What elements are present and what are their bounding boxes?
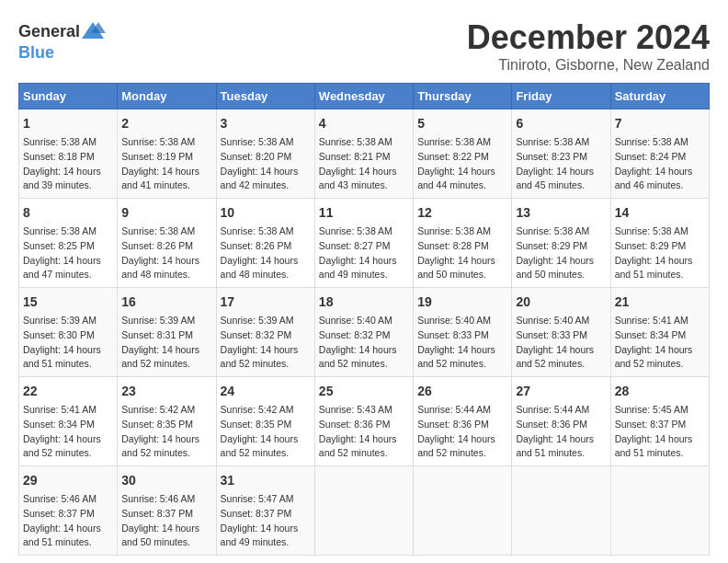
header-wednesday: Wednesday: [314, 84, 413, 109]
calendar-cell: 29Sunrise: 5:46 AM Sunset: 8:37 PM Dayli…: [19, 466, 118, 556]
header-thursday: Thursday: [414, 84, 512, 109]
day-number: 24: [221, 382, 311, 401]
calendar-cell: [414, 466, 512, 556]
calendar-cell: [512, 466, 610, 556]
logo-icon: [80, 18, 106, 44]
day-number: 8: [23, 203, 113, 223]
day-info: Sunrise: 5:40 AM Sunset: 8:32 PM Dayligh…: [319, 314, 409, 372]
calendar-table: SundayMondayTuesdayWednesdayThursdayFrid…: [18, 83, 710, 556]
day-info: Sunrise: 5:38 AM Sunset: 8:29 PM Dayligh…: [615, 224, 705, 282]
title-area: December 2024 Tiniroto, Gisborne, New Ze…: [467, 18, 710, 74]
calendar-cell: 19Sunrise: 5:40 AM Sunset: 8:33 PM Dayli…: [414, 288, 512, 377]
calendar-cell: 25Sunrise: 5:43 AM Sunset: 8:36 PM Dayli…: [314, 377, 413, 466]
day-info: Sunrise: 5:38 AM Sunset: 8:26 PM Dayligh…: [121, 224, 211, 282]
day-number: 23: [121, 382, 211, 401]
day-info: Sunrise: 5:39 AM Sunset: 8:30 PM Dayligh…: [23, 314, 113, 372]
calendar-cell: 21Sunrise: 5:41 AM Sunset: 8:34 PM Dayli…: [610, 288, 709, 377]
calendar-cell: 26Sunrise: 5:44 AM Sunset: 8:36 PM Dayli…: [414, 377, 512, 466]
logo-general: General: [18, 23, 80, 40]
day-info: Sunrise: 5:40 AM Sunset: 8:33 PM Dayligh…: [417, 314, 507, 372]
day-number: 27: [516, 382, 606, 401]
calendar-cell: 12Sunrise: 5:38 AM Sunset: 8:28 PM Dayli…: [414, 199, 512, 288]
calendar-cell: 23Sunrise: 5:42 AM Sunset: 8:35 PM Dayli…: [118, 377, 216, 466]
day-info: Sunrise: 5:39 AM Sunset: 8:32 PM Dayligh…: [221, 314, 311, 372]
day-info: Sunrise: 5:38 AM Sunset: 8:21 PM Dayligh…: [319, 135, 409, 193]
page-header: General Blue December 2024 Tiniroto, Gis…: [18, 18, 710, 74]
calendar-cell: 7Sunrise: 5:38 AM Sunset: 8:24 PM Daylig…: [610, 109, 709, 199]
header-tuesday: Tuesday: [216, 84, 314, 109]
day-info: Sunrise: 5:38 AM Sunset: 8:29 PM Dayligh…: [516, 224, 606, 282]
day-number: 20: [516, 293, 606, 312]
day-number: 3: [221, 114, 311, 133]
logo: General Blue: [18, 18, 106, 61]
day-number: 22: [23, 382, 113, 401]
calendar-cell: 14Sunrise: 5:38 AM Sunset: 8:29 PM Dayli…: [610, 199, 709, 288]
header-monday: Monday: [118, 84, 216, 109]
day-number: 30: [121, 471, 211, 490]
header-sunday: Sunday: [19, 84, 118, 109]
calendar-cell: 13Sunrise: 5:38 AM Sunset: 8:29 PM Dayli…: [512, 199, 610, 288]
day-number: 21: [615, 293, 705, 312]
calendar-cell: 31Sunrise: 5:47 AM Sunset: 8:37 PM Dayli…: [216, 466, 314, 556]
day-info: Sunrise: 5:38 AM Sunset: 8:20 PM Dayligh…: [221, 135, 311, 193]
calendar-week-row: 15Sunrise: 5:39 AM Sunset: 8:30 PM Dayli…: [19, 288, 710, 377]
day-info: Sunrise: 5:39 AM Sunset: 8:31 PM Dayligh…: [121, 314, 211, 372]
day-info: Sunrise: 5:46 AM Sunset: 8:37 PM Dayligh…: [121, 492, 211, 550]
day-info: Sunrise: 5:44 AM Sunset: 8:36 PM Dayligh…: [516, 403, 606, 461]
calendar-cell: 6Sunrise: 5:38 AM Sunset: 8:23 PM Daylig…: [512, 109, 610, 199]
calendar-cell: 3Sunrise: 5:38 AM Sunset: 8:20 PM Daylig…: [216, 109, 314, 199]
day-number: 12: [417, 203, 507, 223]
calendar-cell: 8Sunrise: 5:38 AM Sunset: 8:25 PM Daylig…: [19, 199, 118, 288]
calendar-cell: 27Sunrise: 5:44 AM Sunset: 8:36 PM Dayli…: [512, 377, 610, 466]
calendar-cell: 20Sunrise: 5:40 AM Sunset: 8:33 PM Dayli…: [512, 288, 610, 377]
day-number: 14: [615, 203, 705, 223]
day-number: 17: [221, 293, 311, 312]
day-number: 11: [319, 203, 409, 223]
day-number: 9: [121, 203, 211, 223]
day-number: 31: [221, 471, 311, 490]
day-number: 10: [221, 203, 311, 223]
calendar-cell: 17Sunrise: 5:39 AM Sunset: 8:32 PM Dayli…: [216, 288, 314, 377]
calendar-cell: 24Sunrise: 5:42 AM Sunset: 8:35 PM Dayli…: [216, 377, 314, 466]
calendar-week-row: 1Sunrise: 5:38 AM Sunset: 8:18 PM Daylig…: [19, 109, 710, 199]
calendar-cell: 9Sunrise: 5:38 AM Sunset: 8:26 PM Daylig…: [118, 199, 216, 288]
header-saturday: Saturday: [610, 84, 709, 109]
day-info: Sunrise: 5:45 AM Sunset: 8:37 PM Dayligh…: [615, 403, 705, 461]
day-number: 13: [516, 203, 606, 223]
day-number: 26: [417, 382, 507, 401]
calendar-cell: [610, 466, 709, 556]
day-info: Sunrise: 5:38 AM Sunset: 8:25 PM Dayligh…: [23, 224, 113, 282]
day-info: Sunrise: 5:40 AM Sunset: 8:33 PM Dayligh…: [516, 314, 606, 372]
calendar-cell: 4Sunrise: 5:38 AM Sunset: 8:21 PM Daylig…: [314, 109, 413, 199]
calendar-cell: 15Sunrise: 5:39 AM Sunset: 8:30 PM Dayli…: [19, 288, 118, 377]
day-info: Sunrise: 5:46 AM Sunset: 8:37 PM Dayligh…: [23, 492, 113, 550]
calendar-cell: 5Sunrise: 5:38 AM Sunset: 8:22 PM Daylig…: [414, 109, 512, 199]
calendar-cell: 16Sunrise: 5:39 AM Sunset: 8:31 PM Dayli…: [118, 288, 216, 377]
day-info: Sunrise: 5:41 AM Sunset: 8:34 PM Dayligh…: [615, 314, 705, 372]
day-info: Sunrise: 5:38 AM Sunset: 8:19 PM Dayligh…: [121, 135, 211, 193]
day-info: Sunrise: 5:38 AM Sunset: 8:23 PM Dayligh…: [516, 135, 606, 193]
day-number: 29: [23, 471, 113, 490]
calendar-cell: 30Sunrise: 5:46 AM Sunset: 8:37 PM Dayli…: [118, 466, 216, 556]
day-info: Sunrise: 5:44 AM Sunset: 8:36 PM Dayligh…: [417, 403, 507, 461]
calendar-week-row: 29Sunrise: 5:46 AM Sunset: 8:37 PM Dayli…: [19, 466, 710, 556]
day-number: 15: [23, 293, 113, 312]
day-number: 1: [23, 114, 113, 133]
day-info: Sunrise: 5:38 AM Sunset: 8:24 PM Dayligh…: [615, 135, 705, 193]
day-info: Sunrise: 5:42 AM Sunset: 8:35 PM Dayligh…: [121, 403, 211, 461]
day-number: 25: [319, 382, 409, 401]
day-number: 16: [121, 293, 211, 312]
day-number: 18: [319, 293, 409, 312]
day-number: 19: [417, 293, 507, 312]
day-info: Sunrise: 5:41 AM Sunset: 8:34 PM Dayligh…: [23, 403, 113, 461]
day-info: Sunrise: 5:42 AM Sunset: 8:35 PM Dayligh…: [221, 403, 311, 461]
day-info: Sunrise: 5:38 AM Sunset: 8:22 PM Dayligh…: [417, 135, 507, 193]
calendar-cell: 22Sunrise: 5:41 AM Sunset: 8:34 PM Dayli…: [19, 377, 118, 466]
day-number: 5: [417, 114, 507, 133]
calendar-cell: 11Sunrise: 5:38 AM Sunset: 8:27 PM Dayli…: [314, 199, 413, 288]
header-friday: Friday: [512, 84, 610, 109]
day-number: 28: [615, 382, 705, 401]
calendar-cell: 18Sunrise: 5:40 AM Sunset: 8:32 PM Dayli…: [314, 288, 413, 377]
logo-blue: Blue: [18, 44, 54, 61]
day-number: 6: [516, 114, 606, 133]
